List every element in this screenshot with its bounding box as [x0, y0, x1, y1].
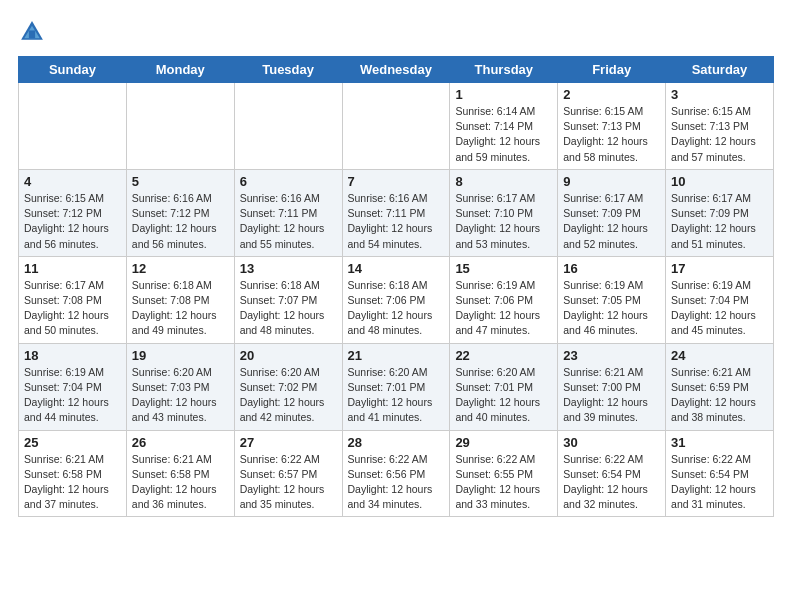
day-info: Sunrise: 6:20 AM Sunset: 7:02 PM Dayligh… — [240, 365, 337, 426]
day-number: 31 — [671, 435, 768, 450]
calendar-cell: 29Sunrise: 6:22 AM Sunset: 6:55 PM Dayli… — [450, 430, 558, 517]
calendar-cell: 17Sunrise: 6:19 AM Sunset: 7:04 PM Dayli… — [666, 256, 774, 343]
day-number: 16 — [563, 261, 660, 276]
day-info: Sunrise: 6:19 AM Sunset: 7:05 PM Dayligh… — [563, 278, 660, 339]
day-info: Sunrise: 6:22 AM Sunset: 6:54 PM Dayligh… — [563, 452, 660, 513]
day-info: Sunrise: 6:15 AM Sunset: 7:13 PM Dayligh… — [563, 104, 660, 165]
calendar-header-friday: Friday — [558, 57, 666, 83]
day-info: Sunrise: 6:19 AM Sunset: 7:06 PM Dayligh… — [455, 278, 552, 339]
day-number: 18 — [24, 348, 121, 363]
day-info: Sunrise: 6:16 AM Sunset: 7:12 PM Dayligh… — [132, 191, 229, 252]
calendar-header-monday: Monday — [126, 57, 234, 83]
calendar-header-row: SundayMondayTuesdayWednesdayThursdayFrid… — [19, 57, 774, 83]
day-info: Sunrise: 6:22 AM Sunset: 6:57 PM Dayligh… — [240, 452, 337, 513]
logo-icon — [18, 18, 46, 46]
day-number: 15 — [455, 261, 552, 276]
day-info: Sunrise: 6:17 AM Sunset: 7:08 PM Dayligh… — [24, 278, 121, 339]
day-number: 21 — [348, 348, 445, 363]
day-info: Sunrise: 6:21 AM Sunset: 6:59 PM Dayligh… — [671, 365, 768, 426]
calendar-week-row: 18Sunrise: 6:19 AM Sunset: 7:04 PM Dayli… — [19, 343, 774, 430]
calendar-header-sunday: Sunday — [19, 57, 127, 83]
day-info: Sunrise: 6:21 AM Sunset: 7:00 PM Dayligh… — [563, 365, 660, 426]
day-info: Sunrise: 6:19 AM Sunset: 7:04 PM Dayligh… — [671, 278, 768, 339]
day-number: 12 — [132, 261, 229, 276]
day-info: Sunrise: 6:18 AM Sunset: 7:07 PM Dayligh… — [240, 278, 337, 339]
calendar-cell: 9Sunrise: 6:17 AM Sunset: 7:09 PM Daylig… — [558, 169, 666, 256]
calendar-cell: 1Sunrise: 6:14 AM Sunset: 7:14 PM Daylig… — [450, 83, 558, 170]
calendar-cell: 12Sunrise: 6:18 AM Sunset: 7:08 PM Dayli… — [126, 256, 234, 343]
day-number: 27 — [240, 435, 337, 450]
calendar-week-row: 4Sunrise: 6:15 AM Sunset: 7:12 PM Daylig… — [19, 169, 774, 256]
day-number: 24 — [671, 348, 768, 363]
day-info: Sunrise: 6:22 AM Sunset: 6:54 PM Dayligh… — [671, 452, 768, 513]
calendar-cell — [342, 83, 450, 170]
calendar-cell: 10Sunrise: 6:17 AM Sunset: 7:09 PM Dayli… — [666, 169, 774, 256]
day-number: 5 — [132, 174, 229, 189]
day-info: Sunrise: 6:17 AM Sunset: 7:10 PM Dayligh… — [455, 191, 552, 252]
calendar-cell: 8Sunrise: 6:17 AM Sunset: 7:10 PM Daylig… — [450, 169, 558, 256]
day-info: Sunrise: 6:17 AM Sunset: 7:09 PM Dayligh… — [563, 191, 660, 252]
calendar-cell: 26Sunrise: 6:21 AM Sunset: 6:58 PM Dayli… — [126, 430, 234, 517]
calendar-header-saturday: Saturday — [666, 57, 774, 83]
day-number: 28 — [348, 435, 445, 450]
calendar-table: SundayMondayTuesdayWednesdayThursdayFrid… — [18, 56, 774, 517]
day-info: Sunrise: 6:18 AM Sunset: 7:08 PM Dayligh… — [132, 278, 229, 339]
calendar-cell: 6Sunrise: 6:16 AM Sunset: 7:11 PM Daylig… — [234, 169, 342, 256]
page: SundayMondayTuesdayWednesdayThursdayFrid… — [0, 0, 792, 527]
day-number: 23 — [563, 348, 660, 363]
day-number: 7 — [348, 174, 445, 189]
calendar-cell: 13Sunrise: 6:18 AM Sunset: 7:07 PM Dayli… — [234, 256, 342, 343]
calendar-header-thursday: Thursday — [450, 57, 558, 83]
calendar-cell: 5Sunrise: 6:16 AM Sunset: 7:12 PM Daylig… — [126, 169, 234, 256]
calendar-cell — [126, 83, 234, 170]
calendar-cell — [19, 83, 127, 170]
calendar-cell — [234, 83, 342, 170]
day-number: 9 — [563, 174, 660, 189]
calendar-cell: 18Sunrise: 6:19 AM Sunset: 7:04 PM Dayli… — [19, 343, 127, 430]
calendar-cell: 2Sunrise: 6:15 AM Sunset: 7:13 PM Daylig… — [558, 83, 666, 170]
calendar-cell: 24Sunrise: 6:21 AM Sunset: 6:59 PM Dayli… — [666, 343, 774, 430]
day-info: Sunrise: 6:22 AM Sunset: 6:55 PM Dayligh… — [455, 452, 552, 513]
calendar-cell: 20Sunrise: 6:20 AM Sunset: 7:02 PM Dayli… — [234, 343, 342, 430]
calendar-cell: 31Sunrise: 6:22 AM Sunset: 6:54 PM Dayli… — [666, 430, 774, 517]
calendar-cell: 7Sunrise: 6:16 AM Sunset: 7:11 PM Daylig… — [342, 169, 450, 256]
logo — [18, 18, 48, 46]
day-info: Sunrise: 6:15 AM Sunset: 7:13 PM Dayligh… — [671, 104, 768, 165]
day-number: 10 — [671, 174, 768, 189]
calendar-cell: 11Sunrise: 6:17 AM Sunset: 7:08 PM Dayli… — [19, 256, 127, 343]
day-number: 17 — [671, 261, 768, 276]
day-number: 22 — [455, 348, 552, 363]
calendar-cell: 4Sunrise: 6:15 AM Sunset: 7:12 PM Daylig… — [19, 169, 127, 256]
day-number: 29 — [455, 435, 552, 450]
day-number: 8 — [455, 174, 552, 189]
calendar-cell: 19Sunrise: 6:20 AM Sunset: 7:03 PM Dayli… — [126, 343, 234, 430]
day-number: 14 — [348, 261, 445, 276]
day-info: Sunrise: 6:17 AM Sunset: 7:09 PM Dayligh… — [671, 191, 768, 252]
calendar-cell: 28Sunrise: 6:22 AM Sunset: 6:56 PM Dayli… — [342, 430, 450, 517]
day-number: 13 — [240, 261, 337, 276]
day-info: Sunrise: 6:20 AM Sunset: 7:03 PM Dayligh… — [132, 365, 229, 426]
calendar-cell: 15Sunrise: 6:19 AM Sunset: 7:06 PM Dayli… — [450, 256, 558, 343]
day-number: 20 — [240, 348, 337, 363]
day-info: Sunrise: 6:21 AM Sunset: 6:58 PM Dayligh… — [132, 452, 229, 513]
day-number: 30 — [563, 435, 660, 450]
day-number: 1 — [455, 87, 552, 102]
calendar-cell: 27Sunrise: 6:22 AM Sunset: 6:57 PM Dayli… — [234, 430, 342, 517]
svg-rect-2 — [29, 30, 35, 38]
calendar-cell: 16Sunrise: 6:19 AM Sunset: 7:05 PM Dayli… — [558, 256, 666, 343]
calendar-week-row: 25Sunrise: 6:21 AM Sunset: 6:58 PM Dayli… — [19, 430, 774, 517]
calendar-cell: 23Sunrise: 6:21 AM Sunset: 7:00 PM Dayli… — [558, 343, 666, 430]
day-info: Sunrise: 6:16 AM Sunset: 7:11 PM Dayligh… — [348, 191, 445, 252]
calendar-cell: 21Sunrise: 6:20 AM Sunset: 7:01 PM Dayli… — [342, 343, 450, 430]
day-number: 19 — [132, 348, 229, 363]
day-info: Sunrise: 6:20 AM Sunset: 7:01 PM Dayligh… — [348, 365, 445, 426]
calendar-cell: 3Sunrise: 6:15 AM Sunset: 7:13 PM Daylig… — [666, 83, 774, 170]
day-number: 11 — [24, 261, 121, 276]
calendar-cell: 14Sunrise: 6:18 AM Sunset: 7:06 PM Dayli… — [342, 256, 450, 343]
day-info: Sunrise: 6:20 AM Sunset: 7:01 PM Dayligh… — [455, 365, 552, 426]
day-number: 2 — [563, 87, 660, 102]
calendar-cell: 30Sunrise: 6:22 AM Sunset: 6:54 PM Dayli… — [558, 430, 666, 517]
calendar-week-row: 11Sunrise: 6:17 AM Sunset: 7:08 PM Dayli… — [19, 256, 774, 343]
calendar-cell: 22Sunrise: 6:20 AM Sunset: 7:01 PM Dayli… — [450, 343, 558, 430]
day-info: Sunrise: 6:19 AM Sunset: 7:04 PM Dayligh… — [24, 365, 121, 426]
